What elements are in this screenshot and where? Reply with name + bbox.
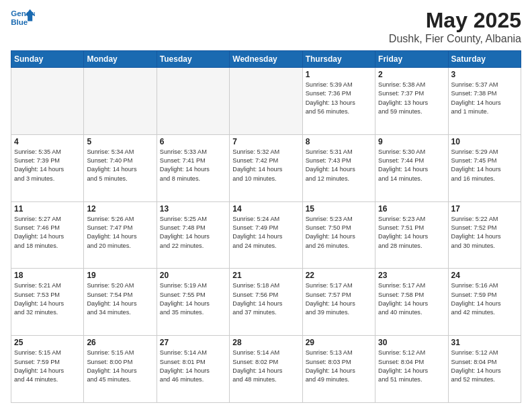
calendar-cell: 7Sunrise: 5:32 AM Sunset: 7:42 PM Daylig… <box>230 134 302 201</box>
day-number: 21 <box>232 271 299 280</box>
cell-info: Sunrise: 5:23 AM Sunset: 7:51 PM Dayligh… <box>378 215 445 250</box>
calendar-cell: 28Sunrise: 5:14 AM Sunset: 8:02 PM Dayli… <box>230 336 302 403</box>
logo-icon: General Blue <box>11 8 35 30</box>
day-number: 8 <box>306 137 372 146</box>
cell-info: Sunrise: 5:14 AM Sunset: 8:01 PM Dayligh… <box>160 349 226 384</box>
day-header-monday: Monday <box>84 51 157 68</box>
calendar-cell: 20Sunrise: 5:19 AM Sunset: 7:55 PM Dayli… <box>157 269 229 336</box>
calendar-table: SundayMondayTuesdayWednesdayThursdayFrid… <box>11 50 521 403</box>
cell-info: Sunrise: 5:15 AM Sunset: 8:00 PM Dayligh… <box>87 349 153 384</box>
day-header-wednesday: Wednesday <box>230 51 302 68</box>
calendar-cell: 16Sunrise: 5:23 AM Sunset: 7:51 PM Dayli… <box>375 201 448 269</box>
day-number: 7 <box>232 137 299 146</box>
day-number: 17 <box>451 204 518 214</box>
day-header-friday: Friday <box>375 51 448 68</box>
day-number: 29 <box>306 338 372 347</box>
day-header-sunday: Sunday <box>11 51 84 68</box>
calendar-cell: 21Sunrise: 5:18 AM Sunset: 7:56 PM Dayli… <box>230 269 302 336</box>
day-number: 3 <box>451 70 518 79</box>
day-number: 19 <box>87 271 153 280</box>
cell-info: Sunrise: 5:26 AM Sunset: 7:47 PM Dayligh… <box>87 215 153 250</box>
day-number: 14 <box>232 204 299 214</box>
cell-info: Sunrise: 5:12 AM Sunset: 8:04 PM Dayligh… <box>378 349 445 384</box>
svg-text:Blue: Blue <box>11 18 28 26</box>
day-header-saturday: Saturday <box>448 51 521 68</box>
page: General Blue May 2025 Dushk, Fier County… <box>0 0 532 411</box>
cell-info: Sunrise: 5:32 AM Sunset: 7:42 PM Dayligh… <box>232 148 299 183</box>
cell-info: Sunrise: 5:35 AM Sunset: 7:39 PM Dayligh… <box>14 148 81 183</box>
cell-info: Sunrise: 5:12 AM Sunset: 8:04 PM Dayligh… <box>451 349 518 384</box>
cell-info: Sunrise: 5:16 AM Sunset: 7:59 PM Dayligh… <box>451 281 518 317</box>
calendar-week-5: 25Sunrise: 5:15 AM Sunset: 7:59 PM Dayli… <box>11 336 521 403</box>
cell-info: Sunrise: 5:37 AM Sunset: 7:38 PM Dayligh… <box>451 81 518 116</box>
cell-info: Sunrise: 5:18 AM Sunset: 7:56 PM Dayligh… <box>232 281 299 317</box>
calendar-cell: 17Sunrise: 5:22 AM Sunset: 7:52 PM Dayli… <box>448 201 521 269</box>
calendar-cell: 22Sunrise: 5:17 AM Sunset: 7:57 PM Dayli… <box>302 269 375 336</box>
location-subtitle: Dushk, Fier County, Albania <box>389 33 521 45</box>
cell-info: Sunrise: 5:33 AM Sunset: 7:41 PM Dayligh… <box>160 148 226 183</box>
day-number: 13 <box>160 204 226 214</box>
cell-info: Sunrise: 5:24 AM Sunset: 7:49 PM Dayligh… <box>232 215 299 250</box>
calendar-week-4: 18Sunrise: 5:21 AM Sunset: 7:53 PM Dayli… <box>11 269 521 336</box>
cell-info: Sunrise: 5:27 AM Sunset: 7:46 PM Dayligh… <box>14 215 81 250</box>
cell-info: Sunrise: 5:22 AM Sunset: 7:52 PM Dayligh… <box>451 215 518 250</box>
calendar-cell: 14Sunrise: 5:24 AM Sunset: 7:49 PM Dayli… <box>230 201 302 269</box>
calendar-cell: 26Sunrise: 5:15 AM Sunset: 8:00 PM Dayli… <box>84 336 157 403</box>
day-number: 27 <box>160 338 226 347</box>
title-block: May 2025 Dushk, Fier County, Albania <box>389 8 521 45</box>
day-number: 4 <box>14 137 81 146</box>
day-number: 11 <box>14 204 81 214</box>
calendar-week-1: 1Sunrise: 5:39 AM Sunset: 7:36 PM Daylig… <box>11 68 521 135</box>
cell-info: Sunrise: 5:29 AM Sunset: 7:45 PM Dayligh… <box>451 148 518 183</box>
month-title: May 2025 <box>389 8 521 33</box>
calendar-cell: 11Sunrise: 5:27 AM Sunset: 7:46 PM Dayli… <box>11 201 84 269</box>
day-header-thursday: Thursday <box>302 51 375 68</box>
calendar-cell <box>157 68 229 135</box>
calendar-cell: 19Sunrise: 5:20 AM Sunset: 7:54 PM Dayli… <box>84 269 157 336</box>
day-header-tuesday: Tuesday <box>157 51 229 68</box>
day-number: 16 <box>378 204 445 214</box>
calendar-cell: 5Sunrise: 5:34 AM Sunset: 7:40 PM Daylig… <box>84 134 157 201</box>
cell-info: Sunrise: 5:14 AM Sunset: 8:02 PM Dayligh… <box>232 349 299 384</box>
day-number: 12 <box>87 204 153 214</box>
calendar-cell <box>230 68 302 135</box>
cell-info: Sunrise: 5:17 AM Sunset: 7:57 PM Dayligh… <box>306 281 372 317</box>
day-number: 26 <box>87 338 153 347</box>
day-number: 15 <box>306 204 372 214</box>
day-number: 24 <box>451 271 518 280</box>
calendar-cell: 15Sunrise: 5:23 AM Sunset: 7:50 PM Dayli… <box>302 201 375 269</box>
calendar-cell: 6Sunrise: 5:33 AM Sunset: 7:41 PM Daylig… <box>157 134 229 201</box>
logo: General Blue <box>11 8 35 30</box>
calendar-header-row: SundayMondayTuesdayWednesdayThursdayFrid… <box>11 51 521 68</box>
calendar-cell: 31Sunrise: 5:12 AM Sunset: 8:04 PM Dayli… <box>448 336 521 403</box>
calendar-cell: 3Sunrise: 5:37 AM Sunset: 7:38 PM Daylig… <box>448 68 521 135</box>
day-number: 10 <box>451 137 518 146</box>
calendar-cell: 29Sunrise: 5:13 AM Sunset: 8:03 PM Dayli… <box>302 336 375 403</box>
cell-info: Sunrise: 5:19 AM Sunset: 7:55 PM Dayligh… <box>160 281 226 317</box>
day-number: 2 <box>378 70 445 79</box>
cell-info: Sunrise: 5:30 AM Sunset: 7:44 PM Dayligh… <box>378 148 445 183</box>
cell-info: Sunrise: 5:31 AM Sunset: 7:43 PM Dayligh… <box>306 148 372 183</box>
cell-info: Sunrise: 5:20 AM Sunset: 7:54 PM Dayligh… <box>87 281 153 317</box>
cell-info: Sunrise: 5:15 AM Sunset: 7:59 PM Dayligh… <box>14 349 81 384</box>
calendar-cell: 25Sunrise: 5:15 AM Sunset: 7:59 PM Dayli… <box>11 336 84 403</box>
calendar-cell: 2Sunrise: 5:38 AM Sunset: 7:37 PM Daylig… <box>375 68 448 135</box>
cell-info: Sunrise: 5:34 AM Sunset: 7:40 PM Dayligh… <box>87 148 153 183</box>
calendar-cell: 23Sunrise: 5:17 AM Sunset: 7:58 PM Dayli… <box>375 269 448 336</box>
calendar-cell: 24Sunrise: 5:16 AM Sunset: 7:59 PM Dayli… <box>448 269 521 336</box>
calendar-week-3: 11Sunrise: 5:27 AM Sunset: 7:46 PM Dayli… <box>11 201 521 269</box>
calendar-cell <box>84 68 157 135</box>
day-number: 31 <box>451 338 518 347</box>
day-number: 1 <box>306 70 372 79</box>
calendar-cell: 10Sunrise: 5:29 AM Sunset: 7:45 PM Dayli… <box>448 134 521 201</box>
cell-info: Sunrise: 5:39 AM Sunset: 7:36 PM Dayligh… <box>306 81 372 116</box>
day-number: 23 <box>378 271 445 280</box>
calendar-cell: 13Sunrise: 5:25 AM Sunset: 7:48 PM Dayli… <box>157 201 229 269</box>
cell-info: Sunrise: 5:23 AM Sunset: 7:50 PM Dayligh… <box>306 215 372 250</box>
day-number: 25 <box>14 338 81 347</box>
calendar-cell: 9Sunrise: 5:30 AM Sunset: 7:44 PM Daylig… <box>375 134 448 201</box>
cell-info: Sunrise: 5:17 AM Sunset: 7:58 PM Dayligh… <box>378 281 445 317</box>
calendar-cell <box>11 68 84 135</box>
day-number: 6 <box>160 137 226 146</box>
calendar-week-2: 4Sunrise: 5:35 AM Sunset: 7:39 PM Daylig… <box>11 134 521 201</box>
